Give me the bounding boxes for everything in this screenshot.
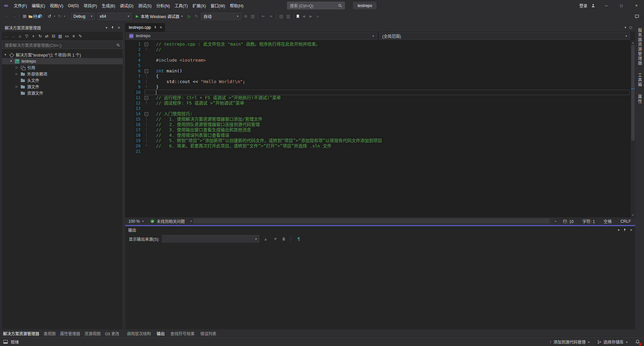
code-line[interactable]: 5 (125, 63, 631, 68)
tree-expander-icon[interactable]: ▼ (9, 60, 13, 63)
code-line[interactable]: 18│// 4. 使用错误列表窗口查看错误 (125, 133, 631, 138)
member-scope-combobox[interactable]: (全局范围) ▾ (379, 32, 630, 40)
quick-search-box[interactable]: 搜索 (Ctrl+Q) (287, 2, 345, 9)
break-all-icon[interactable]: ▤ (249, 13, 256, 20)
tool-window-tab[interactable]: 资源视图 (85, 331, 101, 336)
previous-bookmark-icon[interactable]: ◄ (300, 13, 307, 20)
code-line[interactable]: 2└// (125, 47, 631, 52)
sync-with-active-document-icon[interactable]: ⇄ (44, 32, 50, 40)
redo-icon[interactable]: ↻ (56, 13, 63, 20)
status-spaces[interactable]: 空格 (599, 218, 616, 224)
hot-reload-icon[interactable]: ↻ (193, 13, 200, 20)
select-repository-button[interactable]: 选择存储库 ▲ (597, 339, 628, 345)
tree-item[interactable]: ▷源文件 (2, 83, 123, 90)
menu-item[interactable]: 测试(S) (136, 0, 154, 11)
scroll-up-icon[interactable]: ▲ (632, 40, 634, 45)
close-tab-icon[interactable]: × (160, 25, 162, 30)
pencil-icon[interactable]: ✎ (77, 32, 84, 40)
new-project-icon[interactable]: ⊞ (21, 13, 28, 20)
auto-dropdown-combobox[interactable]: 自动 ▾ (201, 13, 241, 20)
code-line[interactable]: 21 (125, 149, 631, 154)
output-source-combobox[interactable]: ▾ (162, 235, 259, 243)
tree-item[interactable]: 头文件 (2, 77, 123, 83)
tree-expander-icon[interactable]: ▷ (15, 66, 19, 69)
code-line[interactable]: 9└} (125, 84, 631, 90)
right-autohide-tab[interactable]: 服务器资源管理器 (637, 28, 643, 66)
tree-item[interactable]: 资源文件 (2, 90, 123, 96)
document-tab-active[interactable]: testrepo.cpp × (125, 23, 165, 31)
menu-item[interactable]: 分析(N) (154, 0, 172, 11)
tree-expander-icon[interactable]: ▼ (3, 53, 7, 56)
menu-item[interactable]: 视图(V) (47, 0, 65, 11)
toggle-bookmark-icon[interactable] (296, 14, 300, 19)
next-message-icon[interactable]: ▼ (272, 235, 279, 243)
previous-message-icon[interactable]: ▲ (262, 235, 269, 243)
code-line[interactable]: 16│// 2. 使用团队资源管理器窗口连接到源代码管理 (125, 122, 631, 127)
code-area[interactable]: 1-// testrepo.cpp : 此文件包含 "main" 函数。程序执行… (125, 40, 631, 217)
tree-expander-icon[interactable]: ▷ (15, 85, 19, 88)
view-code-icon[interactable]: <> (64, 32, 70, 40)
navigate-back-icon[interactable]: ← (3, 13, 10, 20)
outdent-icon[interactable]: ⇤ (260, 13, 267, 20)
hscrollbar-track[interactable] (194, 217, 553, 225)
tool-window-tab[interactable]: Git 更改 (105, 331, 119, 336)
filter-dropdown-icon[interactable]: ▾ (30, 32, 37, 40)
menu-item[interactable]: 生成(B) (99, 0, 117, 11)
window-position-icon[interactable]: ▾ (106, 26, 107, 29)
code-line[interactable]: 13 (125, 106, 631, 111)
menu-item[interactable]: 帮助(H) (227, 0, 246, 11)
vertical-scrollbar[interactable]: ▲ ▼ (631, 40, 635, 217)
word-wrap-icon[interactable]: ¶ (295, 235, 302, 243)
tool-window-tab[interactable]: 输出 (157, 331, 165, 336)
minimize-button[interactable]: ─ (599, 0, 614, 11)
tool-window-tab[interactable]: 调用层次结构 (127, 331, 151, 336)
fold-collapse-icon[interactable]: - (145, 43, 148, 46)
code-line[interactable]: 6-int main() (125, 68, 631, 74)
tool-window-tab[interactable]: 错误列表 (200, 331, 216, 336)
properties-icon[interactable]: ≡ (70, 32, 77, 40)
pin-icon[interactable] (623, 228, 627, 232)
filter-icon[interactable]: ▽ (23, 32, 30, 40)
code-line[interactable]: 7│{ (125, 74, 631, 79)
tool-window-tab[interactable]: 解决方案资源管理器 (3, 331, 39, 336)
scroll-down-icon[interactable]: ▼ (632, 213, 634, 217)
tree-item[interactable]: ▼解决方案"testrepo"(1 个项目/共 1 个) (2, 52, 123, 58)
scroll-right-icon[interactable]: ► (553, 220, 558, 223)
save-all-icon[interactable] (38, 14, 42, 19)
code-line[interactable]: 4#include <iostream> (125, 58, 631, 63)
menu-item[interactable]: 扩展(X) (190, 0, 208, 11)
tree-expander-icon[interactable]: ▷ (15, 72, 19, 75)
code-line[interactable]: 19│// 5. 转到“项目”>“添加新项”以创建新的代码文件，或转到“项目”>… (125, 138, 631, 143)
redo-dropdown-icon[interactable]: ▾ (63, 13, 66, 20)
scroll-left-icon[interactable]: ◄ (188, 220, 194, 223)
next-bookmark-icon[interactable]: ► (307, 13, 314, 20)
solution-configuration-combobox[interactable]: Debug ▾ (71, 13, 95, 20)
home-icon[interactable]: ⌂ (17, 32, 23, 40)
document-health-indicator[interactable]: 未找到相关问题 (147, 218, 188, 224)
menu-item[interactable]: Git(G) (65, 0, 81, 11)
code-line[interactable]: 12└// 调试程序: F5 或调试 >“开始调试”菜单 (125, 100, 631, 106)
editor-viewport[interactable]: 1-// testrepo.cpp : 此文件包含 "main" 函数。程序执行… (125, 40, 635, 217)
se-forward-icon[interactable]: → (10, 32, 16, 40)
add-to-source-control-button[interactable]: ↑ 添加到源代码管理 ▲ (549, 339, 590, 345)
undo-icon[interactable]: ↺ (46, 13, 53, 20)
show-all-files-icon[interactable]: ▤ (57, 32, 63, 40)
output-text-area[interactable] (125, 244, 635, 329)
menu-item[interactable]: 文件(F) (11, 0, 29, 11)
tree-item[interactable]: ▷引用 (2, 64, 123, 71)
code-line[interactable]: 1-// testrepo.cpp : 此文件包含 "main" 函数。程序执行… (125, 42, 631, 47)
zoom-combobox[interactable]: 100 % ▾ (125, 219, 147, 224)
float-group-icon[interactable]: □ (630, 25, 632, 30)
right-autohide-tab[interactable]: 工具箱 (637, 73, 643, 87)
solution-platform-combobox[interactable]: x64 ▾ (97, 13, 132, 20)
tool-window-tab[interactable]: 查找符号结果 (170, 331, 195, 336)
pin-icon[interactable] (111, 26, 114, 29)
feedback-icon[interactable] (635, 14, 639, 19)
start-without-debugging-icon[interactable]: ▷ (186, 13, 193, 20)
hscrollbar-thumb[interactable] (194, 219, 549, 223)
indent-icon[interactable]: ⇥ (267, 13, 274, 20)
right-autohide-tab[interactable]: 属性 (637, 94, 643, 104)
close-button[interactable]: × (629, 0, 644, 11)
undo-dropdown-icon[interactable]: ▾ (53, 13, 56, 20)
code-line[interactable]: 14-// 入门使用技巧: (125, 111, 631, 117)
